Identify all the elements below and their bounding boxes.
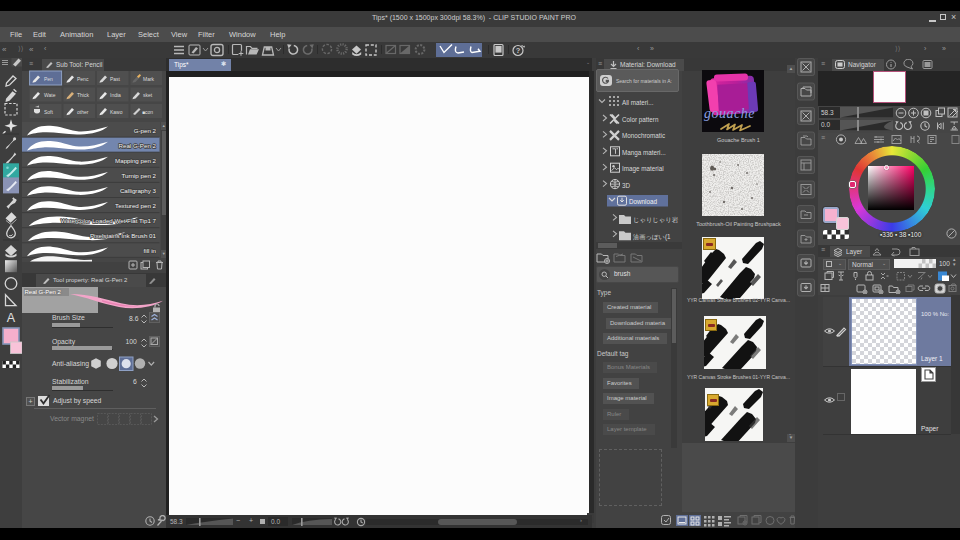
svg-text:Soft: Soft: [44, 108, 54, 114]
svg-text:3D: 3D: [622, 182, 631, 189]
svg-text:fill in: fill in: [144, 247, 157, 254]
svg-text:Kawo: Kawo: [110, 108, 123, 114]
svg-text:Image material: Image material: [622, 165, 664, 173]
svg-text:■con: ■con: [142, 108, 153, 114]
svg-text:Turnip pen 2: Turnip pen 2: [121, 172, 156, 179]
svg-text:sket: sket: [143, 92, 153, 98]
svg-text:other: other: [77, 108, 89, 114]
svg-text:India: India: [110, 92, 121, 98]
svg-text:じゃりじゃり岩: じゃりじゃり岩: [633, 216, 679, 224]
svg-text:Real G-Pen 2: Real G-Pen 2: [119, 142, 157, 149]
svg-text:Pen: Pen: [44, 75, 53, 81]
svg-text:Past: Past: [110, 75, 121, 81]
svg-text:Penc: Penc: [77, 75, 89, 81]
svg-text:Wate: Wate: [44, 92, 56, 98]
svg-text:All materi...: All materi...: [622, 99, 654, 106]
svg-text:A: A: [7, 311, 16, 325]
svg-text:Monochromatic: Monochromatic: [622, 132, 665, 139]
svg-text:Watercolor Loaded Wet Flat Tip: Watercolor Loaded Wet Flat Tip1 7: [61, 217, 157, 224]
svg-text:Color pattern: Color pattern: [622, 116, 659, 124]
svg-text:油画っぽい(1: 油画っぽい(1: [633, 233, 671, 241]
svg-text:Textured pen 2: Textured pen 2: [115, 202, 156, 209]
svg-text:Download: Download: [629, 198, 658, 205]
svg-text:Manga materi...: Manga materi...: [622, 149, 666, 157]
svg-text:Thick: Thick: [77, 92, 89, 98]
svg-text:Mark: Mark: [143, 75, 155, 81]
svg-text:Mapping pen 2: Mapping pen 2: [115, 157, 156, 164]
svg-text:Calligraphy 3: Calligraphy 3: [120, 187, 157, 194]
svg-text:?: ?: [516, 46, 521, 55]
svg-text:G-pen 2: G-pen 2: [134, 127, 157, 134]
svg-text:Pixelstains Ink Brush 01: Pixelstains Ink Brush 01: [90, 232, 157, 239]
